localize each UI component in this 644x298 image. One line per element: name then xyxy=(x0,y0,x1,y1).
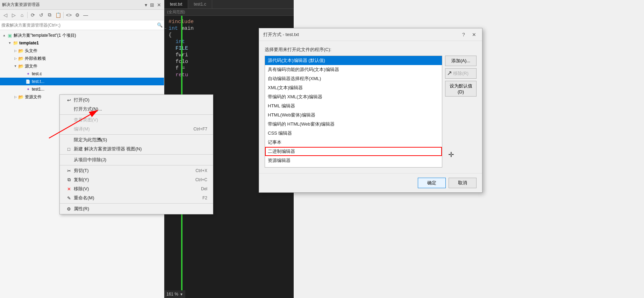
add-btn[interactable]: 添加(A)... xyxy=(445,56,477,66)
se-title-bar: 解决方案资源管理器 ▾ ⊞ ✕ xyxy=(0,0,164,10)
cm-viewclass[interactable]: 查看类图(V) xyxy=(60,115,213,125)
dl-item-4[interactable]: 带编码的 XML(文本)编辑器 xyxy=(265,92,442,101)
dl-item-9[interactable]: 记事本 xyxy=(265,138,442,147)
cm-exclude[interactable]: 从项目中排除(J) xyxy=(60,155,213,164)
cm-cut-icon: ✂ xyxy=(65,168,72,173)
testtxt-label: test.t... xyxy=(32,79,44,84)
cm-remove-shortcut: Del xyxy=(179,186,207,191)
cm-openwith-label: 打开方式(N)... xyxy=(74,106,207,112)
tab-test1c[interactable]: test1.c xyxy=(188,0,212,8)
dl-item-6[interactable]: HTML(Web窗体)编辑器 xyxy=(265,111,442,120)
solution-label: 解决方案"templateTest"(1 个项目) xyxy=(14,33,76,38)
cm-newview-label: 新建 解决方案资源管理器 视图(N) xyxy=(74,146,207,152)
dl-item-11[interactable]: 资源编辑器 xyxy=(265,156,442,165)
zoom-dropdown-icon[interactable]: ▼ xyxy=(180,292,183,296)
cm-open[interactable]: ↩ 打开(O) xyxy=(60,95,213,105)
dialog-program-list[interactable]: 源代码(文本)编辑器 (默认值) 具有编码功能的源代码(文本)编辑器 自动编辑器… xyxy=(265,56,442,168)
cm-sep1 xyxy=(60,114,213,115)
close-icon[interactable]: ✕ xyxy=(156,2,162,8)
dl-item-1[interactable]: 具有编码功能的源代码(文本)编辑器 xyxy=(265,65,442,74)
tree-item-project[interactable]: ▼ 📁 template1 xyxy=(0,39,164,47)
dialog-close-btn[interactable]: ✕ xyxy=(470,31,478,38)
sync-btn[interactable]: ⟳ xyxy=(29,11,37,19)
tree-item-testc[interactable]: ▷ ✦ test.c xyxy=(0,70,164,78)
cm-copy-icon: ⧉ xyxy=(65,177,72,183)
tree-item-solution[interactable]: ▲ ▣ 解决方案"templateTest"(1 个项目) xyxy=(0,31,164,39)
cm-scope[interactable]: 限定为此范围(S) xyxy=(60,135,213,144)
testc-expander: ▷ xyxy=(20,71,25,77)
dl-item-2[interactable]: 自动编辑器选择程序(XML) xyxy=(265,74,442,83)
code-view-btn[interactable]: <> xyxy=(65,11,73,19)
open-with-dialog: 打开方式 - test.txt ? ✕ 选择要用来打开此文件的程序(C): 源代… xyxy=(259,28,482,193)
cm-newview-icon: □ xyxy=(65,147,72,152)
cm-viewclass-label: 查看类图(V) xyxy=(74,117,207,123)
pin-icon[interactable]: ▾ xyxy=(144,2,148,8)
cm-newview[interactable]: □ 新建 解决方案资源管理器 视图(N) xyxy=(60,144,213,154)
dialog-body: 选择要用来打开此文件的程序(C): 源代码(文本)编辑器 (默认值) 具有编码功… xyxy=(259,41,482,173)
paste-btn[interactable]: 📋 xyxy=(54,11,62,19)
forward-btn[interactable]: ▷ xyxy=(10,11,17,19)
cm-sep5 xyxy=(60,203,213,204)
cancel-btn[interactable]: 取消 xyxy=(449,178,477,188)
dl-item-5[interactable]: HTML 编辑器 xyxy=(265,101,442,111)
cm-open-label: 打开(O) xyxy=(74,97,207,103)
cm-scope-label: 限定为此范围(S) xyxy=(74,137,207,143)
resources-icon: 📂 xyxy=(18,94,24,100)
tree-item-test1[interactable]: ▷ ✦ test1... xyxy=(0,85,164,93)
cm-openwith[interactable]: 打开方式(N)... xyxy=(60,105,213,114)
dl-item-8[interactable]: CSS 编辑器 xyxy=(265,129,442,138)
se-title-icons: ▾ ⊞ ✕ xyxy=(144,2,162,8)
se-search-bar: 🔍 xyxy=(0,20,164,30)
cm-sep4 xyxy=(60,165,213,165)
remove-btn[interactable]: 移除(R) xyxy=(445,68,477,79)
settings-btn[interactable]: ⚙ xyxy=(73,11,81,19)
context-menu: ↩ 打开(O) 打开方式(N)... 查看类图(V) 编译(M) Ctrl+F7… xyxy=(59,94,213,214)
resources-expander[interactable]: ▷ xyxy=(13,94,18,100)
cm-cut[interactable]: ✂ 剪切(T) Ctrl+X xyxy=(60,166,213,175)
project-expander[interactable]: ▼ xyxy=(7,40,13,46)
headers-expander[interactable]: ▷ xyxy=(13,48,18,54)
search-input[interactable] xyxy=(1,23,157,28)
code-line-include: #include xyxy=(164,19,294,25)
tree-item-testtxt[interactable]: ▷ 📄 test.t... xyxy=(0,78,164,85)
cm-properties-label: 属性(R) xyxy=(74,206,207,212)
tree-item-sourcefiles[interactable]: ▼ 📂 源文件 xyxy=(0,62,164,70)
editor-scope-bar: (全局范围) xyxy=(164,9,294,16)
zoom-level: 161 % xyxy=(166,292,178,297)
dialog-prompt: 选择要用来打开此文件的程序(C): xyxy=(265,47,477,53)
dialog-title: 打开方式 - test.txt xyxy=(263,31,299,38)
refresh-btn[interactable]: ↺ xyxy=(37,11,45,19)
solution-expander[interactable]: ▲ xyxy=(1,33,7,38)
testc-icon: ✦ xyxy=(25,71,31,77)
pin-auto-icon[interactable]: ⊞ xyxy=(149,2,155,8)
home-btn[interactable]: ⌂ xyxy=(18,11,26,19)
copy-btn[interactable]: ⧉ xyxy=(46,11,53,19)
dialog-titlebar: 打开方式 - test.txt ? ✕ xyxy=(259,28,482,41)
cm-rename[interactable]: ✎ 重命名(M) F2 xyxy=(60,193,213,203)
cm-compile-label: 编译(M) xyxy=(74,126,179,132)
ok-btn[interactable]: 确定 xyxy=(418,178,446,188)
test1-label: test1... xyxy=(32,87,44,92)
extern-deps-expander[interactable]: ▷ xyxy=(13,56,18,61)
filter-btn[interactable]: — xyxy=(82,11,90,19)
dialog-help-btn[interactable]: ? xyxy=(460,31,467,38)
dl-item-7[interactable]: 带编码的 HTML(Web窗体)编辑器 xyxy=(265,120,442,129)
cm-copy[interactable]: ⧉ 复制(Y) Ctrl+C xyxy=(60,175,213,184)
testtxt-expander: ▷ xyxy=(20,79,25,84)
back-btn[interactable]: ◁ xyxy=(1,11,9,19)
dl-item-3[interactable]: XML(文本)编辑器 xyxy=(265,83,442,92)
cm-properties[interactable]: ⚙ 属性(R) xyxy=(60,204,213,213)
cm-compile-shortcut: Ctrl+F7 xyxy=(179,127,207,132)
cm-compile[interactable]: 编译(M) Ctrl+F7 xyxy=(60,125,213,134)
tab-testtxt[interactable]: test.txt xyxy=(164,0,188,8)
tree-item-headers[interactable]: ▷ 📂 头文件 xyxy=(0,47,164,55)
cm-rename-icon: ✎ xyxy=(65,196,72,201)
tree-item-extern-deps[interactable]: ▷ 📂 外部依赖项 xyxy=(0,55,164,62)
cm-remove[interactable]: ✕ 移除(V) Del xyxy=(60,184,213,193)
dl-item-10[interactable]: 二进制编辑器 xyxy=(265,147,442,156)
editor-tabs: test.txt test1.c xyxy=(164,0,294,9)
dl-item-0[interactable]: 源代码(文本)编辑器 (默认值) xyxy=(265,56,442,65)
headers-icon: 📂 xyxy=(18,48,24,54)
set-default-btn[interactable]: 设为默认值(D) xyxy=(445,81,477,97)
sourcefiles-expander[interactable]: ▼ xyxy=(13,63,18,69)
